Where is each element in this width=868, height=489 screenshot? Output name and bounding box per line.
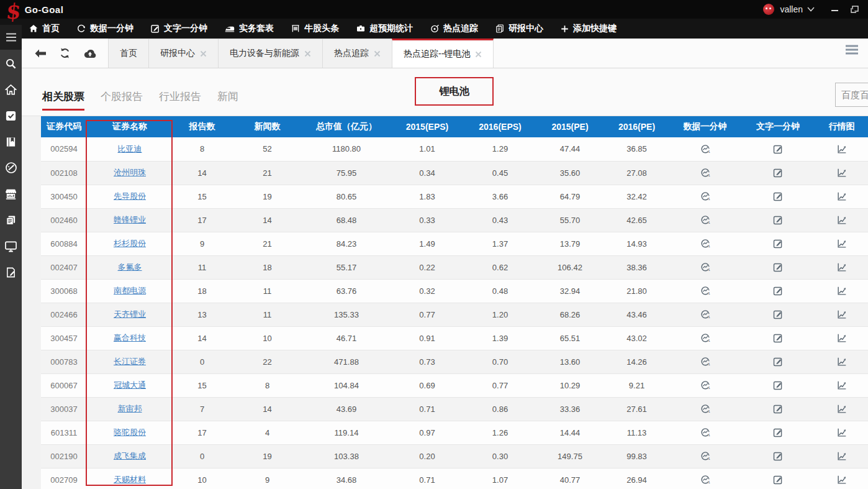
sidebar-documents-button[interactable]: [0, 208, 22, 232]
sidebar-home-button[interactable]: [0, 77, 22, 102]
data-minute-button[interactable]: 1: [700, 474, 711, 485]
data-minute-button[interactable]: 1: [700, 167, 711, 178]
chart-button[interactable]: [836, 332, 848, 344]
text-minute-button[interactable]: [772, 332, 784, 344]
text-minute-button[interactable]: [772, 238, 784, 249]
chart-button[interactable]: [836, 167, 848, 178]
data-minute-button[interactable]: 1: [700, 380, 711, 391]
text-minute-button[interactable]: [772, 380, 784, 391]
nav-item-add-shortcut[interactable]: 添加快捷键: [560, 23, 617, 34]
data-minute-button[interactable]: 1: [700, 450, 711, 462]
chart-button[interactable]: [836, 474, 848, 485]
subtab-industry-reports[interactable]: 行业报告: [159, 89, 201, 111]
chart-button[interactable]: [836, 427, 848, 438]
minimize-button[interactable]: [831, 6, 839, 13]
text-minute-button[interactable]: [772, 262, 784, 273]
refresh-button[interactable]: [59, 47, 71, 59]
stock-name-link[interactable]: 天赐材料: [114, 475, 146, 484]
nav-item-hotspot-tracking[interactable]: 热点追踪: [430, 23, 478, 34]
chevron-down-icon[interactable]: [807, 6, 815, 12]
sidebar-menu-button[interactable]: [0, 25, 22, 50]
sidebar-gauge-button[interactable]: [0, 155, 22, 180]
tab-list-menu-button[interactable]: [844, 44, 868, 68]
text-minute-button[interactable]: [772, 167, 784, 178]
stock-name-link[interactable]: 赢合科技: [114, 333, 146, 342]
sidebar-search-button[interactable]: [0, 51, 22, 76]
stock-name-link[interactable]: 成飞集成: [114, 451, 146, 460]
sidebar-monitor-button[interactable]: [0, 234, 22, 258]
stock-name-link[interactable]: 先导股份: [114, 191, 146, 201]
tab-hotspot-lithium[interactable]: 热点追踪--锂电池: [392, 39, 494, 68]
stock-name-link[interactable]: 赣锋锂业: [114, 215, 146, 224]
nav-item-data-minute[interactable]: 数据一分钟: [76, 23, 133, 34]
text-minute-button[interactable]: [772, 214, 784, 226]
tab-home[interactable]: 首页: [108, 39, 149, 68]
avatar[interactable]: [763, 4, 774, 15]
close-icon[interactable]: [374, 50, 381, 57]
tab-report-center[interactable]: 研报中心: [148, 39, 219, 68]
text-minute-button[interactable]: [772, 474, 784, 485]
sidebar-market-button[interactable]: [0, 181, 22, 206]
data-minute-button[interactable]: 1: [700, 332, 711, 344]
stock-name-link[interactable]: 比亚迪: [118, 144, 142, 153]
baidu-baike-button[interactable]: 百度百科: [835, 83, 868, 107]
stock-name-link[interactable]: 南都电源: [114, 286, 146, 295]
close-icon[interactable]: [304, 50, 311, 57]
data-minute-button[interactable]: 1: [700, 262, 711, 273]
chart-button[interactable]: [836, 262, 848, 273]
nav-item-bull-headlines[interactable]: 牛股头条: [291, 23, 339, 34]
chart-button[interactable]: [836, 285, 848, 296]
user-name[interactable]: vallen: [780, 4, 803, 14]
text-minute-button[interactable]: [772, 356, 784, 367]
close-icon[interactable]: [200, 50, 207, 57]
text-minute-button[interactable]: [772, 285, 784, 296]
sidebar-note-button[interactable]: [0, 260, 22, 285]
sidebar-tasks-button[interactable]: [0, 103, 22, 128]
back-button[interactable]: [34, 49, 47, 58]
nav-item-text-minute[interactable]: 文字一分钟: [150, 23, 207, 34]
text-minute-button[interactable]: [772, 403, 784, 414]
text-minute-button[interactable]: [772, 144, 784, 155]
chart-button[interactable]: [836, 144, 848, 155]
sidebar-book-button[interactable]: [0, 129, 22, 154]
subtab-news[interactable]: 新闻: [217, 89, 238, 111]
stock-name-link[interactable]: 沧州明珠: [114, 168, 146, 177]
subtab-related-stocks[interactable]: 相关股票: [42, 89, 84, 111]
stock-name-link[interactable]: 冠城大通: [114, 380, 146, 390]
nav-item-report-center[interactable]: 研报中心: [495, 23, 543, 34]
data-minute-button[interactable]: 1: [700, 191, 711, 202]
data-minute-button[interactable]: 1: [700, 238, 711, 249]
stock-name-link[interactable]: 多氟多: [118, 262, 142, 272]
data-minute-button[interactable]: 1: [700, 214, 711, 226]
text-minute-button[interactable]: [772, 309, 784, 320]
data-minute-button[interactable]: 1: [700, 403, 711, 414]
chart-button[interactable]: [836, 403, 848, 414]
chart-button[interactable]: [836, 380, 848, 391]
stock-name-link[interactable]: 新宙邦: [118, 404, 142, 413]
stock-name-link[interactable]: 长江证券: [114, 357, 146, 366]
restore-button[interactable]: [850, 5, 859, 14]
stock-name-link[interactable]: 杉杉股份: [114, 239, 146, 248]
chart-button[interactable]: [836, 356, 848, 367]
data-minute-button[interactable]: 1: [700, 309, 711, 320]
text-minute-button[interactable]: [772, 427, 784, 438]
data-minute-button[interactable]: 1: [700, 427, 711, 438]
tab-hotspot-tracking[interactable]: 热点追踪: [322, 39, 392, 68]
stock-name-link[interactable]: 骆驼股份: [114, 427, 146, 437]
data-minute-button[interactable]: 1: [700, 285, 711, 296]
chart-button[interactable]: [836, 450, 848, 462]
close-icon[interactable]: [475, 51, 482, 58]
nav-item-practice-tables[interactable]: 实务套表: [224, 23, 274, 34]
cloud-upload-button[interactable]: [83, 48, 97, 58]
subtab-stock-reports[interactable]: 个股报告: [101, 89, 143, 111]
stock-name-link[interactable]: 天齐锂业: [114, 309, 146, 319]
chart-button[interactable]: [836, 309, 848, 320]
nav-item-home[interactable]: 首页: [29, 23, 60, 34]
chart-button[interactable]: [836, 214, 848, 226]
data-minute-button[interactable]: 1: [700, 144, 711, 155]
tab-power-equipment[interactable]: 电力设备与新能源: [218, 39, 323, 68]
text-minute-button[interactable]: [772, 191, 784, 202]
data-minute-button[interactable]: 1: [700, 356, 711, 367]
nav-item-surprise-stats[interactable]: 超预期统计: [356, 23, 413, 34]
chart-button[interactable]: [836, 238, 848, 249]
